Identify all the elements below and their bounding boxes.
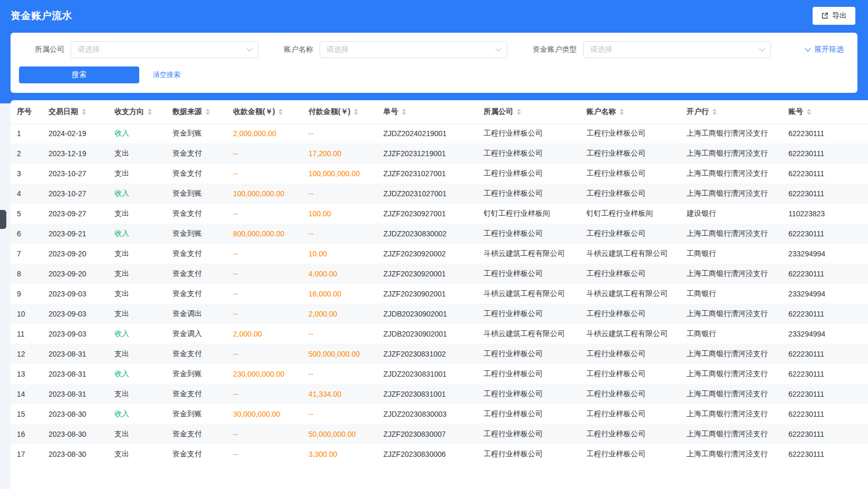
- sort-icon[interactable]: [807, 109, 811, 115]
- cell-order-no: ZJDB20230902001: [377, 324, 477, 344]
- table-row[interactable]: 72023-09-20支出资金支付--10.00ZJZF20230920002斗…: [11, 244, 868, 264]
- cell-direction: 收入: [108, 364, 166, 384]
- cell-receipt: --: [227, 164, 302, 184]
- table-row[interactable]: 152023-08-30收入资金到账30,000,000.00--ZJDZ202…: [11, 404, 868, 424]
- page-title: 资金账户流水: [11, 9, 72, 23]
- sort-icon[interactable]: [712, 109, 717, 115]
- cell-company: 工程行业样板公司: [477, 164, 580, 184]
- cell-direction: 支出: [108, 304, 166, 324]
- cell-bank: 工商银行: [680, 324, 782, 344]
- cell-company: 钉钉工程行业样板间: [477, 204, 580, 224]
- table-row[interactable]: 132023-08-31收入资金到账230,000,000.00--ZJDZ20…: [11, 364, 868, 384]
- filter-field-company: 所属公司 请选择: [35, 41, 258, 58]
- table-row[interactable]: 42023-10-27收入资金到账100,000,000.00--ZJDZ202…: [11, 184, 868, 204]
- cell-payment: 100,000,000.00: [302, 164, 377, 184]
- clear-search-link[interactable]: 清空搜索: [153, 70, 180, 80]
- export-button[interactable]: 导出: [813, 7, 855, 25]
- sort-icon[interactable]: [278, 109, 283, 115]
- cell-account-no: 233294994: [782, 244, 868, 264]
- column-header-8[interactable]: 所属公司: [477, 100, 580, 123]
- column-header-1: 序号: [11, 100, 42, 123]
- cell-source: 资金支付: [166, 204, 227, 224]
- column-header-6[interactable]: 付款金额(￥): [302, 100, 377, 123]
- table-row[interactable]: 12024-02-19收入资金到账2,000,000.00--ZJDZ20240…: [11, 123, 868, 143]
- company-select[interactable]: 请选择: [71, 41, 258, 58]
- cell-direction: 支出: [108, 384, 166, 404]
- cell-account-no: 622230111: [782, 123, 868, 143]
- cell-order-no: ZJZF20230902001: [377, 284, 477, 304]
- search-button[interactable]: 搜索: [19, 66, 139, 83]
- table-row[interactable]: 122023-08-31支出资金支付--500,000,000.00ZJZF20…: [11, 344, 868, 364]
- cell-bank: 上海工商银行漕河泾支行: [680, 164, 782, 184]
- cell-receipt: 30,000,000.00: [227, 404, 302, 424]
- column-label: 交易日期: [49, 107, 78, 117]
- chevron-down-icon: [759, 45, 765, 51]
- table-row[interactable]: 22023-12-19支出资金支付--17,200.00ZJZF20231219…: [11, 143, 868, 164]
- cell-direction: 支出: [108, 143, 166, 164]
- cell-account-name: 工程行业样板公司: [580, 444, 680, 464]
- cell-direction: 支出: [108, 164, 166, 184]
- cell-account-no: 622230111: [782, 184, 868, 204]
- cell-account-name: 斗栱云建筑工程有限公司: [580, 284, 680, 304]
- cell-no: 5: [11, 204, 42, 224]
- table-row[interactable]: 112023-09-03收入资金调入2,000.00--ZJDB20230902…: [11, 324, 868, 344]
- cell-payment: 100.00: [302, 204, 377, 224]
- sort-icon[interactable]: [354, 109, 358, 115]
- account-name-select[interactable]: 请选择: [320, 41, 507, 58]
- table-row[interactable]: 32023-10-27支出资金支付--100,000,000.00ZJZF202…: [11, 164, 868, 184]
- column-header-2[interactable]: 交易日期: [42, 100, 108, 123]
- cell-no: 17: [11, 444, 42, 464]
- column-header-11[interactable]: 账号: [782, 100, 868, 123]
- cell-no: 4: [11, 184, 42, 204]
- drawer-handle[interactable]: [0, 210, 6, 229]
- cell-bank: 上海工商银行漕河泾支行: [680, 384, 782, 404]
- cell-company: 工程行业样板公司: [477, 364, 580, 384]
- column-label: 所属公司: [484, 107, 513, 117]
- cell-order-no: ZJZF20231219001: [377, 143, 477, 164]
- table-row[interactable]: 172023-08-30支出资金支付--3,300.00ZJZF20230830…: [11, 444, 868, 464]
- cell-order-no: ZJZF20231027001: [377, 164, 477, 184]
- column-header-3[interactable]: 收支方向: [108, 100, 166, 123]
- cell-date: 2023-08-31: [42, 364, 108, 384]
- cell-direction: 支出: [108, 344, 166, 364]
- cell-receipt: --: [227, 244, 302, 264]
- expand-filter-link[interactable]: 展开筛选: [806, 45, 844, 54]
- cell-bank: 上海工商银行漕河泾支行: [680, 143, 782, 164]
- cell-bank: 上海工商银行漕河泾支行: [680, 404, 782, 424]
- table-row[interactable]: 162023-08-30支出资金支付--50,000,000.00ZJZF202…: [11, 424, 868, 444]
- cell-direction: 收入: [108, 404, 166, 424]
- cell-receipt: 2,000.00: [227, 324, 302, 344]
- cell-account-name: 斗栱云建筑工程有限公司: [580, 244, 680, 264]
- sort-icon[interactable]: [620, 109, 624, 115]
- cell-source: 资金到账: [166, 123, 227, 143]
- sort-icon[interactable]: [402, 109, 406, 115]
- cell-account-no: 622230111: [782, 143, 868, 164]
- cell-payment: --: [302, 404, 377, 424]
- table-row[interactable]: 52023-09-27支出资金支付--100.00ZJZF20230927001…: [11, 204, 868, 224]
- table-row[interactable]: 82023-09-20支出资金支付--4,000.00ZJZF202309200…: [11, 264, 868, 284]
- cell-account-name: 工程行业样板公司: [580, 424, 680, 444]
- column-header-7[interactable]: 单号: [377, 100, 477, 123]
- cell-order-no: ZJDB20230902001: [377, 304, 477, 324]
- sort-icon[interactable]: [82, 109, 86, 115]
- cell-company: 工程行业样板公司: [477, 143, 580, 164]
- cell-no: 10: [11, 304, 42, 324]
- cell-account-name: 工程行业样板公司: [580, 404, 680, 424]
- column-header-9[interactable]: 账户名称: [580, 100, 680, 123]
- table-row[interactable]: 142023-08-31支出资金支付--41,334.00ZJZF2023083…: [11, 384, 868, 404]
- sort-icon[interactable]: [148, 109, 152, 115]
- table-row[interactable]: 92023-09-03支出资金支付--16,000.00ZJZF20230902…: [11, 284, 868, 304]
- cell-payment: --: [302, 224, 377, 244]
- account-type-select[interactable]: 请选择: [583, 41, 771, 58]
- sort-icon[interactable]: [517, 109, 521, 115]
- table-row[interactable]: 62023-09-21收入资金到账800,000,000.00--ZJDZ202…: [11, 224, 868, 244]
- column-label: 账号: [788, 107, 803, 117]
- sort-icon[interactable]: [206, 109, 210, 115]
- column-header-5[interactable]: 收款金额(￥): [227, 100, 302, 123]
- cell-receipt: 230,000,000.00: [227, 364, 302, 384]
- table-row[interactable]: 102023-09-03支出资金调出--2,000.00ZJDB20230902…: [11, 304, 868, 324]
- column-header-4[interactable]: 数据来源: [166, 100, 227, 123]
- cell-bank: 工商银行: [680, 244, 782, 264]
- cell-account-no: 622230111: [782, 164, 868, 184]
- column-header-10[interactable]: 开户行: [680, 100, 782, 123]
